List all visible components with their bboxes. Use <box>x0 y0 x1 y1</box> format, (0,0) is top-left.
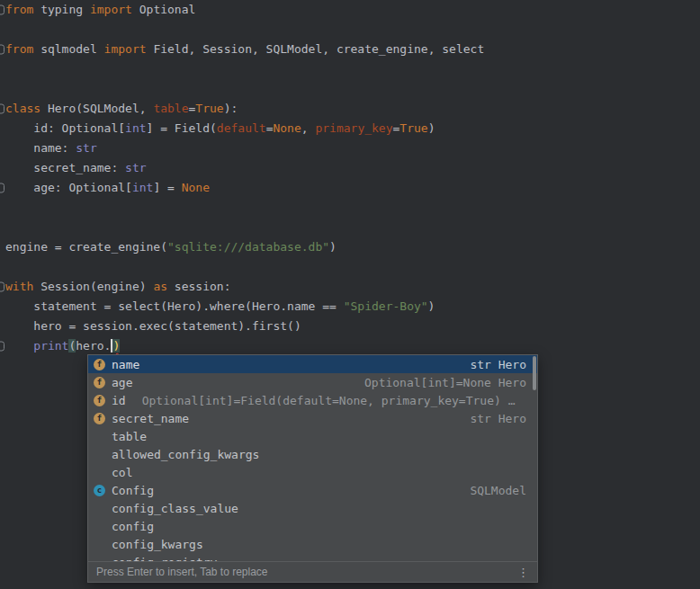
code-segment: default <box>217 121 266 135</box>
gutter-icon[interactable] <box>0 104 4 114</box>
code-segment: primary_key <box>315 121 392 135</box>
code-line[interactable]: secret_name: str <box>0 158 700 178</box>
no-icon-spacer <box>94 467 105 478</box>
code-segment: id: Optional[ <box>5 121 125 135</box>
code-segment: None <box>182 181 210 194</box>
field-icon: f <box>94 413 105 424</box>
completion-label: allowed_config_kwargs <box>112 448 259 461</box>
completion-item[interactable]: table <box>88 427 537 445</box>
completion-label: Config <box>112 484 154 497</box>
kebab-menu-icon[interactable]: ⋮ <box>517 566 529 579</box>
code-line[interactable] <box>0 59 700 79</box>
completion-item[interactable]: config_class_value <box>88 499 537 517</box>
code-line[interactable]: from sqlmodel import Field, Session, SQL… <box>0 40 700 59</box>
completion-type-hint: Optional[int]=None Hero <box>364 376 526 389</box>
scrollbar-thumb[interactable] <box>533 356 536 390</box>
code-segment: ] = <box>153 181 181 194</box>
code-line[interactable]: print(hero.) <box>0 336 700 356</box>
code-segment: import <box>90 3 132 16</box>
code-segment: hero = session.exec(statement).first() <box>5 319 301 333</box>
code-segment: class <box>5 102 40 115</box>
code-line[interactable]: engine = create_engine("sqlite:///databa… <box>0 237 700 257</box>
completion-hint-text: Press Enter to insert, Tab to replace <box>96 566 268 578</box>
code-segment: print <box>33 339 68 353</box>
code-line[interactable]: age: Optional[int] = None <box>0 178 700 198</box>
code-segment: ) <box>112 339 120 353</box>
no-icon-spacer <box>94 521 105 532</box>
gutter-icon[interactable] <box>0 45 4 55</box>
code-segment: Field, Session, SQLModel, create_engine,… <box>147 42 485 56</box>
code-line[interactable]: name: str <box>0 138 700 158</box>
code-segment <box>5 339 33 353</box>
code-segment: from <box>5 3 33 16</box>
autocomplete-list: fnamestr HerofageOptional[int]=None Hero… <box>88 355 537 562</box>
completion-label: secret_name <box>112 412 189 425</box>
completion-item[interactable]: fnamestr Hero <box>88 355 537 373</box>
code-segment: as <box>153 280 167 293</box>
no-icon-spacer <box>94 539 105 550</box>
code-line[interactable]: statement = select(Hero).where(Hero.name… <box>0 297 700 317</box>
completion-item[interactable]: col <box>88 463 537 481</box>
code-segment: , <box>301 121 316 135</box>
completion-label: config <box>112 520 154 533</box>
no-icon-spacer <box>94 503 105 514</box>
completion-item[interactable]: allowed_config_kwargs <box>88 445 537 463</box>
code-segment: str <box>125 161 146 174</box>
completion-item[interactable]: cConfigSQLModel <box>88 481 537 499</box>
code-line[interactable]: hero = session.exec(statement).first() <box>0 317 700 336</box>
code-line[interactable]: from typing import Optional <box>0 0 700 20</box>
code-segment: from <box>5 42 33 56</box>
completion-label: config_class_value <box>112 502 238 515</box>
code-segment: Session(engine) <box>33 280 153 293</box>
code-segment: "sqlite:///database.db" <box>167 240 329 254</box>
gutter-icon[interactable] <box>0 282 4 292</box>
code-segment: engine = create_engine( <box>5 240 167 254</box>
completion-type-hint: Optional[int]=Field(default=None, primar… <box>142 394 526 407</box>
code-segment: age: Optional[ <box>5 181 132 194</box>
code-segment: int <box>125 121 146 135</box>
completion-label: age <box>112 376 132 389</box>
code-line[interactable]: id: Optional[int] = Field(default=None, … <box>0 119 700 138</box>
code-segment: int <box>132 181 153 194</box>
code-segment: True <box>399 121 427 135</box>
class-icon: c <box>94 485 105 496</box>
field-icon: f <box>94 359 105 370</box>
code-line[interactable]: with Session(engine) as session: <box>0 277 700 297</box>
code-segment: hero. <box>76 339 111 353</box>
code-segment: ) <box>329 240 337 254</box>
gutter-icon[interactable] <box>0 5 4 15</box>
code-segment: name: <box>5 141 76 155</box>
code-line[interactable] <box>0 198 700 218</box>
code-segment: ] = Field( <box>147 121 217 135</box>
completion-item[interactable]: fidOptional[int]=Field(default=None, pri… <box>88 391 537 409</box>
field-icon: f <box>94 377 105 388</box>
code-segment: str <box>76 141 96 155</box>
completion-item[interactable]: fsecret_namestr Hero <box>88 409 537 427</box>
code-line[interactable]: class Hero(SQLModel, table=True): <box>0 99 700 119</box>
completion-item[interactable]: config <box>88 517 537 535</box>
code-line[interactable] <box>0 218 700 237</box>
gutter-icon[interactable] <box>0 183 4 193</box>
code-segment: typing <box>33 3 90 16</box>
completion-label: col <box>112 466 132 479</box>
code-segment: import <box>104 42 147 56</box>
code-line[interactable] <box>0 257 700 277</box>
code-line[interactable] <box>0 20 700 40</box>
code-segment: ): <box>224 102 238 115</box>
code-segment: sqlmodel <box>33 42 103 56</box>
completion-type-hint: str Hero <box>470 412 526 425</box>
autocomplete-footer: Press Enter to insert, Tab to replace ⋮ <box>88 561 537 582</box>
code-segment: ) <box>428 121 435 135</box>
completion-label: name <box>112 358 139 371</box>
gutter-icon[interactable] <box>0 342 4 352</box>
code-segment: ) <box>428 299 435 313</box>
completion-item[interactable]: config_kwargs <box>88 535 537 553</box>
completion-type-hint: SQLModel <box>470 484 526 497</box>
code-line[interactable] <box>0 79 700 99</box>
completion-label: table <box>112 430 147 443</box>
completion-item[interactable]: fageOptional[int]=None Hero <box>88 373 537 391</box>
no-icon-spacer <box>94 449 105 460</box>
code-segment: secret_name: <box>5 161 125 174</box>
code-segment: table <box>153 102 188 115</box>
autocomplete-popup: fnamestr HerofageOptional[int]=None Hero… <box>87 354 538 583</box>
